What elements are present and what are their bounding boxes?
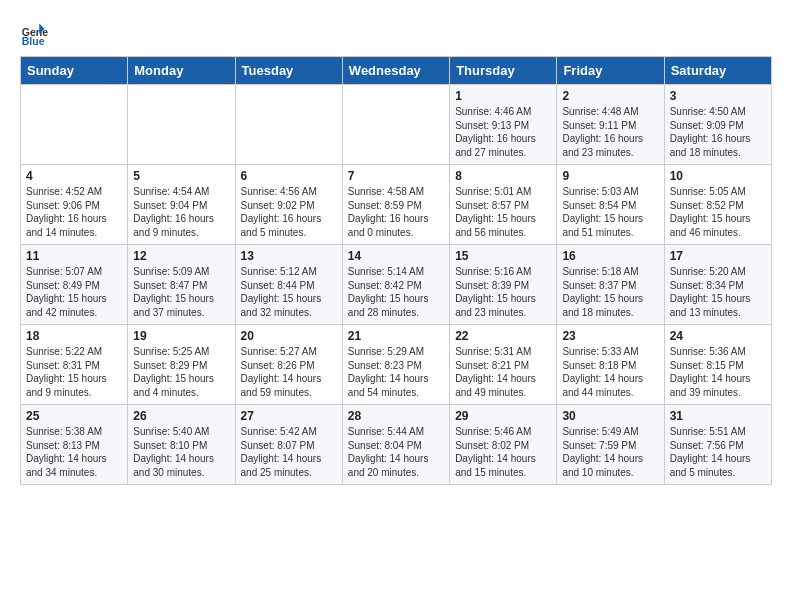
day-number: 23 xyxy=(562,329,658,343)
day-content: Sunrise: 5:03 AMSunset: 8:54 PMDaylight:… xyxy=(562,185,658,239)
day-content: Sunrise: 5:05 AMSunset: 8:52 PMDaylight:… xyxy=(670,185,766,239)
calendar-cell: 23Sunrise: 5:33 AMSunset: 8:18 PMDayligh… xyxy=(557,325,664,405)
day-content: Sunrise: 4:56 AMSunset: 9:02 PMDaylight:… xyxy=(241,185,337,239)
calendar-cell: 19Sunrise: 5:25 AMSunset: 8:29 PMDayligh… xyxy=(128,325,235,405)
day-content: Sunrise: 5:14 AMSunset: 8:42 PMDaylight:… xyxy=(348,265,444,319)
day-content: Sunrise: 5:09 AMSunset: 8:47 PMDaylight:… xyxy=(133,265,229,319)
header-thursday: Thursday xyxy=(450,57,557,85)
day-number: 18 xyxy=(26,329,122,343)
day-content: Sunrise: 5:07 AMSunset: 8:49 PMDaylight:… xyxy=(26,265,122,319)
day-content: Sunrise: 5:12 AMSunset: 8:44 PMDaylight:… xyxy=(241,265,337,319)
day-content: Sunrise: 5:29 AMSunset: 8:23 PMDaylight:… xyxy=(348,345,444,399)
day-content: Sunrise: 4:50 AMSunset: 9:09 PMDaylight:… xyxy=(670,105,766,159)
calendar-cell: 6Sunrise: 4:56 AMSunset: 9:02 PMDaylight… xyxy=(235,165,342,245)
calendar-cell: 15Sunrise: 5:16 AMSunset: 8:39 PMDayligh… xyxy=(450,245,557,325)
calendar-week-2: 4Sunrise: 4:52 AMSunset: 9:06 PMDaylight… xyxy=(21,165,772,245)
calendar-cell: 13Sunrise: 5:12 AMSunset: 8:44 PMDayligh… xyxy=(235,245,342,325)
day-content: Sunrise: 5:20 AMSunset: 8:34 PMDaylight:… xyxy=(670,265,766,319)
calendar-cell: 17Sunrise: 5:20 AMSunset: 8:34 PMDayligh… xyxy=(664,245,771,325)
calendar-cell: 26Sunrise: 5:40 AMSunset: 8:10 PMDayligh… xyxy=(128,405,235,485)
day-number: 8 xyxy=(455,169,551,183)
day-content: Sunrise: 5:51 AMSunset: 7:56 PMDaylight:… xyxy=(670,425,766,479)
day-content: Sunrise: 5:42 AMSunset: 8:07 PMDaylight:… xyxy=(241,425,337,479)
day-number: 10 xyxy=(670,169,766,183)
logo: General Blue xyxy=(20,20,52,48)
calendar-cell: 8Sunrise: 5:01 AMSunset: 8:57 PMDaylight… xyxy=(450,165,557,245)
day-content: Sunrise: 5:49 AMSunset: 7:59 PMDaylight:… xyxy=(562,425,658,479)
calendar-cell: 7Sunrise: 4:58 AMSunset: 8:59 PMDaylight… xyxy=(342,165,449,245)
calendar-cell: 20Sunrise: 5:27 AMSunset: 8:26 PMDayligh… xyxy=(235,325,342,405)
calendar-cell: 21Sunrise: 5:29 AMSunset: 8:23 PMDayligh… xyxy=(342,325,449,405)
day-number: 17 xyxy=(670,249,766,263)
day-content: Sunrise: 5:22 AMSunset: 8:31 PMDaylight:… xyxy=(26,345,122,399)
day-number: 14 xyxy=(348,249,444,263)
calendar-cell: 25Sunrise: 5:38 AMSunset: 8:13 PMDayligh… xyxy=(21,405,128,485)
day-content: Sunrise: 5:46 AMSunset: 8:02 PMDaylight:… xyxy=(455,425,551,479)
svg-text:Blue: Blue xyxy=(22,35,45,47)
day-number: 11 xyxy=(26,249,122,263)
page-header: General Blue xyxy=(20,20,772,48)
calendar-cell: 16Sunrise: 5:18 AMSunset: 8:37 PMDayligh… xyxy=(557,245,664,325)
header-wednesday: Wednesday xyxy=(342,57,449,85)
day-content: Sunrise: 5:25 AMSunset: 8:29 PMDaylight:… xyxy=(133,345,229,399)
calendar-cell: 10Sunrise: 5:05 AMSunset: 8:52 PMDayligh… xyxy=(664,165,771,245)
calendar-cell: 5Sunrise: 4:54 AMSunset: 9:04 PMDaylight… xyxy=(128,165,235,245)
day-number: 3 xyxy=(670,89,766,103)
day-number: 12 xyxy=(133,249,229,263)
day-number: 30 xyxy=(562,409,658,423)
calendar-cell: 2Sunrise: 4:48 AMSunset: 9:11 PMDaylight… xyxy=(557,85,664,165)
day-number: 6 xyxy=(241,169,337,183)
day-content: Sunrise: 4:54 AMSunset: 9:04 PMDaylight:… xyxy=(133,185,229,239)
day-content: Sunrise: 5:16 AMSunset: 8:39 PMDaylight:… xyxy=(455,265,551,319)
day-number: 28 xyxy=(348,409,444,423)
day-number: 24 xyxy=(670,329,766,343)
day-number: 1 xyxy=(455,89,551,103)
calendar-cell xyxy=(342,85,449,165)
calendar-cell: 27Sunrise: 5:42 AMSunset: 8:07 PMDayligh… xyxy=(235,405,342,485)
day-number: 15 xyxy=(455,249,551,263)
calendar-week-1: 1Sunrise: 4:46 AMSunset: 9:13 PMDaylight… xyxy=(21,85,772,165)
day-content: Sunrise: 5:44 AMSunset: 8:04 PMDaylight:… xyxy=(348,425,444,479)
calendar-cell xyxy=(128,85,235,165)
day-number: 19 xyxy=(133,329,229,343)
calendar-cell: 11Sunrise: 5:07 AMSunset: 8:49 PMDayligh… xyxy=(21,245,128,325)
calendar-cell: 31Sunrise: 5:51 AMSunset: 7:56 PMDayligh… xyxy=(664,405,771,485)
day-content: Sunrise: 5:31 AMSunset: 8:21 PMDaylight:… xyxy=(455,345,551,399)
calendar-week-3: 11Sunrise: 5:07 AMSunset: 8:49 PMDayligh… xyxy=(21,245,772,325)
day-number: 25 xyxy=(26,409,122,423)
day-number: 29 xyxy=(455,409,551,423)
calendar-week-5: 25Sunrise: 5:38 AMSunset: 8:13 PMDayligh… xyxy=(21,405,772,485)
day-number: 31 xyxy=(670,409,766,423)
day-content: Sunrise: 4:58 AMSunset: 8:59 PMDaylight:… xyxy=(348,185,444,239)
day-content: Sunrise: 5:01 AMSunset: 8:57 PMDaylight:… xyxy=(455,185,551,239)
calendar-cell: 29Sunrise: 5:46 AMSunset: 8:02 PMDayligh… xyxy=(450,405,557,485)
calendar-cell: 18Sunrise: 5:22 AMSunset: 8:31 PMDayligh… xyxy=(21,325,128,405)
calendar-cell: 30Sunrise: 5:49 AMSunset: 7:59 PMDayligh… xyxy=(557,405,664,485)
day-number: 27 xyxy=(241,409,337,423)
day-content: Sunrise: 5:36 AMSunset: 8:15 PMDaylight:… xyxy=(670,345,766,399)
header-monday: Monday xyxy=(128,57,235,85)
day-number: 4 xyxy=(26,169,122,183)
logo-icon: General Blue xyxy=(20,20,48,48)
calendar-cell: 4Sunrise: 4:52 AMSunset: 9:06 PMDaylight… xyxy=(21,165,128,245)
calendar-cell xyxy=(21,85,128,165)
calendar-cell: 22Sunrise: 5:31 AMSunset: 8:21 PMDayligh… xyxy=(450,325,557,405)
day-number: 26 xyxy=(133,409,229,423)
day-number: 13 xyxy=(241,249,337,263)
day-number: 5 xyxy=(133,169,229,183)
calendar-cell: 28Sunrise: 5:44 AMSunset: 8:04 PMDayligh… xyxy=(342,405,449,485)
day-content: Sunrise: 5:18 AMSunset: 8:37 PMDaylight:… xyxy=(562,265,658,319)
header-saturday: Saturday xyxy=(664,57,771,85)
day-content: Sunrise: 5:27 AMSunset: 8:26 PMDaylight:… xyxy=(241,345,337,399)
calendar-header-row: SundayMondayTuesdayWednesdayThursdayFrid… xyxy=(21,57,772,85)
day-content: Sunrise: 4:48 AMSunset: 9:11 PMDaylight:… xyxy=(562,105,658,159)
day-content: Sunrise: 4:46 AMSunset: 9:13 PMDaylight:… xyxy=(455,105,551,159)
day-number: 21 xyxy=(348,329,444,343)
calendar-cell: 9Sunrise: 5:03 AMSunset: 8:54 PMDaylight… xyxy=(557,165,664,245)
day-number: 20 xyxy=(241,329,337,343)
day-number: 16 xyxy=(562,249,658,263)
header-tuesday: Tuesday xyxy=(235,57,342,85)
day-content: Sunrise: 4:52 AMSunset: 9:06 PMDaylight:… xyxy=(26,185,122,239)
calendar-cell xyxy=(235,85,342,165)
header-sunday: Sunday xyxy=(21,57,128,85)
